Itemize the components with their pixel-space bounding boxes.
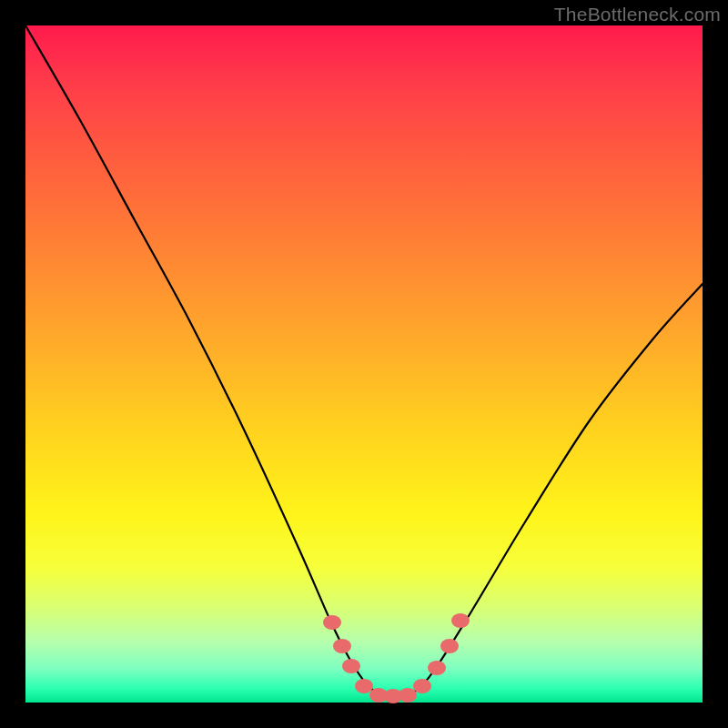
highlight-dot bbox=[413, 679, 431, 693]
highlight-dot bbox=[333, 639, 351, 653]
highlight-dot bbox=[451, 613, 470, 628]
highlight-dot bbox=[323, 615, 341, 630]
chart-plot-area bbox=[25, 25, 703, 703]
highlight-markers bbox=[323, 613, 470, 703]
bottleneck-curve bbox=[25, 25, 703, 699]
highlight-dot bbox=[440, 639, 459, 653]
highlight-dot bbox=[342, 659, 360, 673]
highlight-dot bbox=[355, 679, 373, 693]
highlight-dot bbox=[428, 661, 446, 675]
watermark-text: TheBottleneck.com bbox=[554, 4, 721, 25]
chart-svg bbox=[25, 25, 703, 703]
highlight-dot bbox=[399, 688, 417, 703]
